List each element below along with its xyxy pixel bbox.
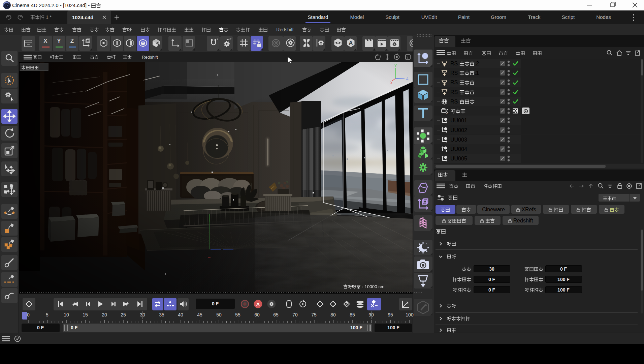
svg-text:Z: Z [406,76,409,80]
svg-text:A: A [349,40,353,46]
svg-text:X: X [390,81,393,84]
svg-text:A: A [169,300,171,304]
svg-text:A: A [256,301,260,307]
svg-text:w: w [446,112,448,114]
svg-text:Y: Y [394,64,397,68]
